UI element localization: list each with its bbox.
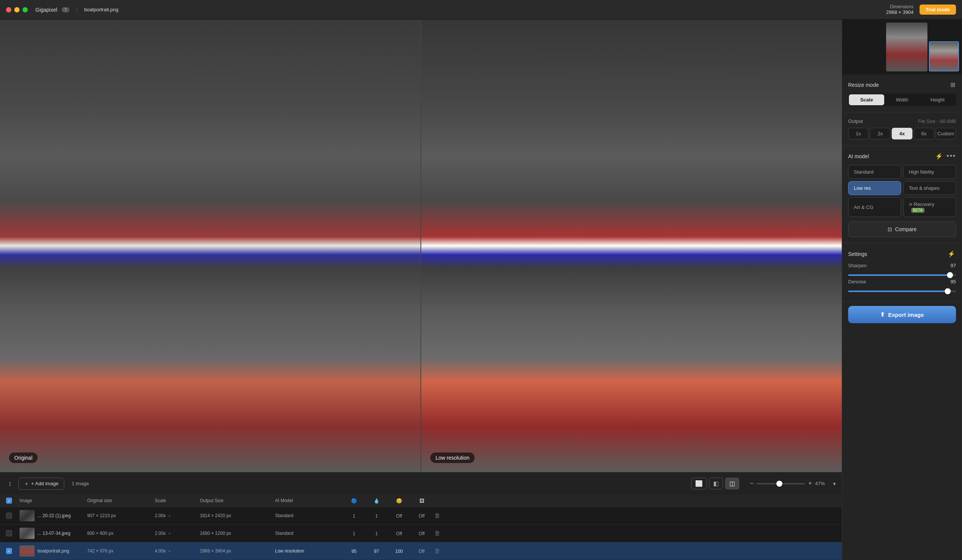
thumbnail-preview	[842, 19, 962, 74]
settings-title: Settings	[848, 251, 867, 257]
file-list-header: Image Original size Scale Output Size AI…	[0, 495, 842, 507]
single-view-button[interactable]: ⬜	[691, 478, 707, 489]
output-1x-button[interactable]: 1x	[848, 128, 868, 139]
col-header-output: Output Size	[200, 498, 275, 503]
compare-icon: ⊡	[888, 226, 892, 232]
zoom-dropdown-button[interactable]: ▾	[833, 481, 836, 487]
thumbnail-small	[929, 41, 959, 71]
close-button[interactable]	[6, 7, 11, 12]
output-custom-button[interactable]: Custom	[936, 128, 956, 139]
right-image-panel: Low resolution	[421, 19, 842, 472]
ai-model-grid: Standard High fidelity Low res Text & sh…	[848, 165, 956, 217]
dimensions-block: Dimensions 2968 × 3904	[886, 4, 914, 15]
more-options-button[interactable]: •••	[947, 152, 956, 160]
row2-col2: 1	[375, 531, 378, 536]
settings-lightning-button[interactable]: ⚡	[947, 250, 956, 258]
output-4x-button[interactable]: 4x	[892, 128, 912, 139]
view-toggle-group: ⬜ ◧ ◫	[691, 478, 739, 489]
text-shapes-model-button[interactable]: Text & shapes	[903, 181, 956, 195]
row3-checkbox[interactable]	[6, 548, 12, 554]
denoise-value: 95	[951, 279, 956, 284]
col-header-noise: 🔵	[343, 498, 365, 504]
row3-thumbnail	[19, 545, 35, 557]
row2-col3: Off	[396, 531, 402, 536]
add-image-button[interactable]: ＋ + Add image	[18, 478, 64, 490]
thumbnail-large	[886, 23, 927, 71]
thumb-small-canvas	[930, 42, 958, 71]
right-image-label: Low resolution	[430, 452, 475, 463]
sort-button[interactable]: ↕	[6, 477, 14, 490]
file-row[interactable]: ... 13-07-34.jpeg 800 × 600 px 2.00x → 1…	[0, 524, 842, 542]
art-cg-model-button[interactable]: Art & CG	[848, 197, 901, 217]
row2-col4: Off	[419, 531, 425, 536]
trial-mode-button[interactable]: Trial mode	[920, 5, 956, 15]
row1-col3: Off	[396, 513, 402, 519]
file-row[interactable]: ... 20-22 (1).jpeg 907 × 1210 px 2.00x →…	[0, 507, 842, 524]
row3-delete-button[interactable]: 🗑	[433, 546, 442, 556]
add-image-label: + Add image	[31, 481, 59, 486]
denoise-label: Denoise	[848, 279, 866, 284]
canvas-area: Original Low resolution ↕ ＋ + Add image …	[0, 19, 842, 560]
beta-badge: BETA	[911, 208, 925, 213]
col-header-sharpen: 💧	[365, 498, 388, 504]
col-header-image: Image	[19, 498, 87, 503]
row1-checkbox[interactable]	[6, 513, 12, 519]
export-image-button[interactable]: ⬆ Export image	[848, 306, 956, 323]
sharpen-label: Sharpen	[848, 263, 867, 268]
side-view-button[interactable]: ◧	[709, 478, 723, 489]
width-tab[interactable]: Width	[884, 94, 920, 105]
output-section: Output File Size: ~80.6MB 1x 2x 4x 6x Cu…	[842, 112, 962, 146]
tab-separator: |	[76, 7, 77, 12]
row1-col2: 1	[375, 513, 378, 519]
row3-col1: 95	[351, 549, 356, 554]
output-2x-button[interactable]: 2x	[870, 128, 890, 139]
main-content: Original Low resolution ↕ ＋ + Add image …	[0, 19, 962, 560]
col-header-model: AI Model	[275, 498, 343, 503]
compare-button[interactable]: ⊡ Compare	[848, 221, 956, 237]
sharpen-slider[interactable]	[848, 274, 956, 276]
output-label: Output	[848, 118, 863, 124]
low-res-model-button[interactable]: Low res	[848, 181, 901, 195]
row2-model: Standard	[275, 531, 294, 536]
file-size-label: File Size: ~80.6MB	[918, 119, 956, 124]
row1-thumbnail	[19, 510, 35, 521]
row2-checkbox[interactable]	[6, 530, 12, 536]
export-label: Export image	[888, 311, 924, 318]
zoom-out-button[interactable]: −	[750, 479, 754, 487]
add-icon: ＋	[24, 480, 29, 487]
settings-header: Settings ⚡	[848, 250, 956, 258]
denoise-slider[interactable]	[848, 290, 956, 292]
row1-model: Standard	[275, 513, 294, 518]
minimize-button[interactable]	[14, 7, 19, 12]
fullscreen-button[interactable]	[23, 7, 28, 12]
output-6x-button[interactable]: 6x	[914, 128, 934, 139]
standard-model-button[interactable]: Standard	[848, 165, 901, 179]
zoom-slider[interactable]	[757, 483, 805, 484]
select-all-checkbox[interactable]	[6, 498, 12, 504]
thumb-large-canvas	[886, 23, 927, 71]
row1-filename: ... 20-22 (1).jpeg	[37, 513, 71, 518]
recovery-model-button[interactable]: ⟳Recovery BETA	[903, 197, 956, 217]
sharpen-value: 97	[951, 263, 956, 268]
scale-tab[interactable]: Scale	[849, 94, 884, 105]
row2-thumbnail	[19, 528, 35, 539]
row2-filename: ... 13-07-34.jpeg	[37, 531, 70, 536]
sharpen-row: Sharpen 97	[848, 263, 956, 268]
row1-original: 907 × 1210 px	[87, 513, 116, 518]
high-fidelity-model-button[interactable]: High fidelity	[903, 165, 956, 179]
lightning-icon-button[interactable]: ⚡	[935, 152, 944, 160]
image-compare-container[interactable]: Original Low resolution	[0, 19, 842, 472]
output-buttons: 1x 2x 4x 6x Custom	[848, 128, 956, 139]
split-view-button[interactable]: ◫	[725, 478, 739, 489]
row2-scale: 2.00x →	[155, 531, 172, 536]
file-row-selected[interactable]: boatportrait.png 742 × 976 px 4.00x → 29…	[0, 542, 842, 560]
titlebar-right: Dimensions 2968 × 3904 Trial mode	[886, 4, 956, 15]
crop-icon-button[interactable]: ⊞	[950, 81, 956, 89]
bottom-toolbar: ↕ ＋ + Add image 1 image ⬜ ◧ ◫ − + 47% ▾	[0, 472, 842, 495]
file-tab[interactable]: boatportrait.png	[84, 7, 118, 12]
height-tab[interactable]: Height	[920, 94, 955, 105]
resize-mode-title: Resize mode	[848, 82, 879, 88]
zoom-in-button[interactable]: +	[808, 479, 812, 487]
row1-delete-button[interactable]: 🗑	[433, 511, 442, 521]
row2-delete-button[interactable]: 🗑	[433, 528, 442, 538]
